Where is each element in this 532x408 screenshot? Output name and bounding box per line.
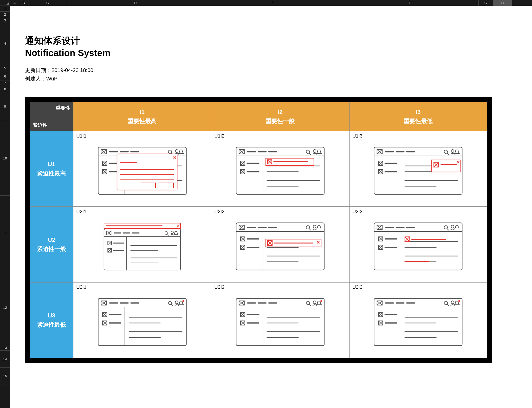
meta-author: WuP bbox=[46, 76, 58, 82]
row-header[interactable]: 3 bbox=[0, 17, 10, 23]
cell-code: U3I1 bbox=[76, 284, 208, 290]
svg-rect-181 bbox=[98, 298, 186, 346]
cell-code: U1I1 bbox=[76, 133, 208, 139]
svg-point-230 bbox=[320, 300, 322, 302]
matrix-frame: 重要性 紧迫性I1重要性最高I2重要性一般I3重要性最低U1紧迫性最高U1I1 bbox=[25, 97, 492, 363]
column-header[interactable]: E bbox=[204, 0, 341, 6]
matrix-cell: U3I3 bbox=[349, 282, 487, 358]
meta-date-label: 更新日期： bbox=[25, 67, 51, 73]
row-header[interactable]: 14 bbox=[0, 351, 10, 367]
row-code: U2 bbox=[48, 235, 55, 245]
matrix-cell: U1I3 bbox=[349, 131, 487, 207]
svg-rect-86 bbox=[431, 160, 460, 172]
col-label: 重要性最高 bbox=[128, 117, 157, 126]
wireframe-toast bbox=[352, 139, 484, 203]
matrix-cell: U1I2 bbox=[211, 131, 349, 207]
svg-rect-152 bbox=[374, 223, 462, 270]
matrix-cell: U2I3 bbox=[349, 207, 487, 282]
column-header[interactable]: A bbox=[10, 0, 19, 6]
row-header[interactable]: 8 bbox=[0, 86, 10, 92]
svg-rect-206 bbox=[236, 298, 324, 346]
col-code: I1 bbox=[140, 107, 145, 117]
wireframe-top-bar bbox=[76, 214, 208, 278]
row-header: U3紧迫性最低 bbox=[30, 282, 73, 358]
col-code: I3 bbox=[416, 107, 421, 117]
axis-importance: 重要性 bbox=[33, 105, 70, 111]
wireframe-inline-text bbox=[352, 214, 484, 278]
meta-block: 更新日期：2019-04-23 18:00 创建人：WuP bbox=[25, 66, 93, 83]
matrix-grid: 重要性 紧迫性I1重要性最高I2重要性一般I3重要性最低U1紧迫性最高U1I1 bbox=[30, 102, 487, 358]
wireframe-inline-banner bbox=[214, 139, 346, 203]
cell-code: U1I3 bbox=[352, 133, 484, 139]
row-code: U3 bbox=[48, 311, 55, 320]
row-header[interactable]: 1 bbox=[0, 6, 10, 12]
column-header[interactable]: C bbox=[28, 0, 67, 6]
matrix-cell: U3I2 bbox=[211, 282, 349, 358]
col-header: I1重要性最高 bbox=[73, 102, 211, 131]
row-header[interactable]: 2 bbox=[0, 12, 10, 17]
row-headers: 123456789101112131415 bbox=[0, 6, 10, 408]
row-header[interactable]: 10 bbox=[0, 121, 10, 196]
wireframe-modal bbox=[76, 139, 208, 203]
col-code: I2 bbox=[278, 107, 283, 117]
meta-date: 2019-04-23 18:00 bbox=[51, 67, 93, 73]
title-en: Notification System bbox=[25, 48, 110, 58]
cell-code: U2I2 bbox=[214, 209, 346, 214]
title-block: 通知体系设计 Notification System bbox=[25, 35, 110, 58]
spreadsheet: ABCDEFGH 123456789101112131415 通知体系设计 No… bbox=[0, 0, 532, 408]
meta-author-label: 创建人： bbox=[25, 76, 46, 82]
row-label: 紧迫性一般 bbox=[37, 245, 66, 254]
axis-urgency: 紧迫性 bbox=[33, 122, 70, 128]
title-cn: 通知体系设计 bbox=[25, 35, 110, 47]
cell-code: U3I2 bbox=[214, 284, 346, 290]
row-header[interactable]: 11 bbox=[0, 196, 10, 270]
column-headers: ABCDEFGH bbox=[10, 0, 532, 6]
row-header[interactable]: 7 bbox=[0, 80, 10, 86]
row-header[interactable]: 5 bbox=[0, 64, 10, 72]
wireframe-badge bbox=[76, 290, 208, 354]
cell-code: U2I3 bbox=[352, 209, 484, 214]
svg-rect-33 bbox=[236, 147, 324, 194]
col-header: I3重要性最低 bbox=[349, 102, 487, 131]
row-code: U1 bbox=[48, 160, 55, 169]
matrix-cell: U3I1 bbox=[73, 282, 211, 358]
row-header[interactable]: 9 bbox=[0, 92, 10, 121]
sheet-canvas: 通知体系设计 Notification System 更新日期：2019-04-… bbox=[10, 6, 532, 408]
row-header: U2紧迫性一般 bbox=[30, 207, 73, 282]
column-header[interactable]: B bbox=[19, 0, 28, 6]
row-header[interactable]: 12 bbox=[0, 270, 10, 345]
cell-code: U3I3 bbox=[352, 284, 484, 290]
row-header[interactable]: 13 bbox=[0, 345, 10, 351]
matrix-cell: U2I2 bbox=[211, 207, 349, 282]
svg-rect-24 bbox=[117, 154, 177, 190]
col-label: 重要性一般 bbox=[266, 117, 295, 126]
select-all-corner[interactable] bbox=[0, 0, 10, 6]
svg-point-255 bbox=[458, 300, 460, 302]
wireframe-inline-alert bbox=[214, 214, 346, 278]
column-header[interactable]: F bbox=[341, 0, 479, 6]
row-header[interactable]: 4 bbox=[0, 23, 10, 64]
column-header[interactable]: G bbox=[479, 0, 493, 6]
col-header: I2重要性一般 bbox=[211, 102, 349, 131]
row-header[interactable]: 6 bbox=[0, 72, 10, 80]
cell-code: U1I2 bbox=[214, 133, 346, 139]
cell-code: U2I1 bbox=[76, 209, 208, 214]
axis-corner: 重要性 紧迫性 bbox=[30, 102, 73, 131]
column-header[interactable]: H bbox=[493, 0, 512, 6]
svg-rect-231 bbox=[374, 298, 462, 346]
matrix-cell: U2I1 bbox=[73, 207, 211, 282]
svg-point-205 bbox=[183, 300, 184, 302]
row-header[interactable]: 15 bbox=[0, 367, 10, 384]
wireframe-badge bbox=[352, 290, 484, 354]
matrix-cell: U1I1 bbox=[73, 131, 211, 207]
col-label: 重要性最低 bbox=[404, 117, 432, 126]
svg-rect-93 bbox=[104, 229, 181, 270]
row-label: 紧迫性最低 bbox=[37, 320, 66, 329]
wireframe-badge bbox=[214, 290, 346, 354]
row-label: 紧迫性最高 bbox=[37, 169, 66, 178]
column-header[interactable]: D bbox=[67, 0, 204, 6]
row-header: U1紧迫性最高 bbox=[30, 131, 73, 207]
